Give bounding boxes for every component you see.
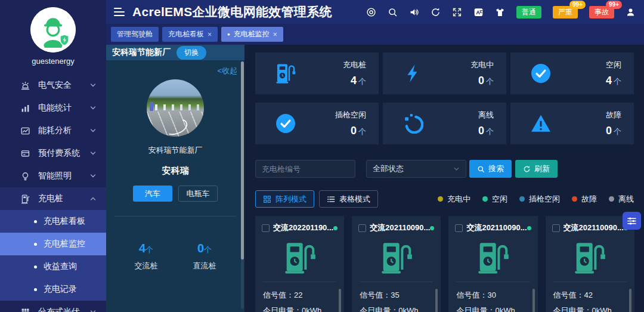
sidebar-item-electrical-safety[interactable]: 电气安全: [0, 74, 106, 97]
charger-card[interactable]: 交流202201190... 信号值：22 今日电量：0kWh: [255, 216, 344, 312]
status-select[interactable]: 全部状态: [366, 160, 466, 178]
energy-row: 今日电量：0kWh: [263, 303, 338, 312]
signal-label: 信号值：: [456, 291, 487, 299]
panel-scrollbar[interactable]: [241, 61, 244, 309]
card-scrollbar[interactable]: [532, 289, 535, 312]
checkbox[interactable]: [552, 224, 560, 232]
menu-collapse-icon[interactable]: [114, 8, 125, 16]
divider: [263, 282, 336, 282]
refresh-button-label: 刷新: [534, 163, 550, 174]
chevron-down-icon: [89, 104, 97, 112]
legend-dot: [519, 196, 525, 202]
table-mode-label: 表格模式: [339, 194, 370, 205]
card-scrollbar[interactable]: [435, 289, 438, 312]
vehicle-tab-car[interactable]: 汽车: [133, 186, 172, 202]
charger-card[interactable]: 交流202110090... 信号值：35 今日电量：0kWh: [352, 216, 441, 312]
charging-pile-icon: [20, 194, 30, 204]
alarm-pill-normal[interactable]: 普通: [516, 6, 541, 18]
sidebar-item-revenue-query[interactable]: 收益查询: [0, 255, 106, 278]
ac-pile-label: 交流桩: [135, 261, 158, 271]
tab-charging-monitor[interactable]: ● 充电桩监控 ×: [221, 27, 283, 42]
legend-item-charging: 充电中: [438, 194, 470, 205]
charger-cards: 交流202201190... 信号值：22 今日电量：0kWh: [255, 216, 634, 312]
alarm-pill-severe[interactable]: 严重 99+: [553, 6, 578, 18]
alarm-pill-label: 事故: [595, 7, 609, 17]
checkbox[interactable]: [262, 224, 270, 232]
array-mode-label: 阵列模式: [275, 194, 306, 205]
sidebar-item-energy-statistics[interactable]: 电能统计: [0, 97, 106, 119]
sidebar-item-charging-pile[interactable]: 充电桩: [0, 187, 106, 210]
dc-pile-stat: 0个 直流桩: [193, 242, 216, 271]
collapse-panel-link[interactable]: <收起: [106, 60, 244, 76]
bolt-icon: [403, 63, 423, 84]
sidebar-item-charging-monitor[interactable]: 充电桩监控: [0, 233, 106, 255]
scrollbar-thumb[interactable]: [241, 61, 244, 260]
checkbox[interactable]: [455, 224, 463, 232]
stat-value: 4: [606, 75, 612, 87]
bullet-icon: [34, 288, 37, 291]
card-scrollbar[interactable]: [339, 289, 341, 312]
charging-pile-icon: [358, 241, 434, 274]
card-scrollbar[interactable]: [629, 289, 631, 312]
user-profile: guestenergy: [0, 0, 106, 66]
refresh-icon[interactable]: [431, 7, 441, 17]
sidebar-item-label: 充电桩: [38, 193, 89, 204]
sidebar-item-distributed-pv[interactable]: 分布式光伏: [0, 301, 106, 312]
search-button-label: 搜索: [488, 163, 504, 174]
refresh-icon: [523, 165, 531, 173]
sidebar-item-charging-dashboard[interactable]: 充电桩看板: [0, 210, 106, 233]
array-mode-button[interactable]: 阵列模式: [255, 190, 314, 208]
tab-management-cockpit[interactable]: 管理驾驶舱: [111, 27, 159, 42]
ac-pile-stat: 4个 交流桩: [135, 242, 158, 271]
sidebar-item-charging-records[interactable]: 充电记录: [0, 278, 106, 301]
chevron-down-icon: [89, 308, 97, 312]
tab-charging-dashboard[interactable]: 充电桩看板 ×: [162, 27, 218, 42]
theme-shirt-icon[interactable]: [495, 7, 505, 17]
stat-value: 0: [351, 125, 357, 137]
dc-pile-label: 直流桩: [193, 261, 216, 271]
close-icon[interactable]: ×: [208, 30, 212, 39]
fullscreen-icon[interactable]: [452, 7, 462, 17]
summary-card-total-piles: 充电桩 4个: [255, 52, 379, 94]
search-icon[interactable]: [388, 7, 398, 17]
charger-card[interactable]: 交流202110090... 信号值：30 今日电量：0kWh: [448, 216, 537, 312]
tab-label: 管理驾驶舱: [117, 29, 153, 39]
sidebar-item-label: 智能照明: [38, 171, 89, 181]
svg-text:A: A: [476, 9, 480, 15]
gun-number-input[interactable]: [255, 160, 355, 178]
signal-row: 信号值：22: [263, 288, 338, 303]
stat-value: 4: [351, 75, 357, 87]
sidebar-item-label: 能耗分析: [38, 125, 89, 136]
avatar[interactable]: [30, 7, 76, 52]
display-settings-button[interactable]: [623, 212, 641, 230]
user-icon[interactable]: [626, 7, 636, 17]
bullet-icon: [34, 265, 37, 268]
vehicle-tab-ebike[interactable]: 电瓶车: [178, 186, 218, 202]
sidebar-item-energy-analysis[interactable]: 能耗分析: [0, 119, 106, 142]
dc-pile-count: 0: [197, 242, 204, 255]
legend-dot: [609, 196, 614, 202]
signal-value: 42: [584, 291, 593, 299]
engineer-avatar-icon: [30, 7, 76, 52]
target-icon[interactable]: [366, 7, 376, 17]
alarm-pill-accident[interactable]: 事故 99+: [589, 6, 614, 18]
charger-card[interactable]: 交流202110090... 信号值：42 今日电量：0kWh: [546, 216, 634, 312]
acrel-ems-app: guestenergy 电气安全 电能统计: [0, 0, 644, 312]
sidebar-item-prepaid-system[interactable]: 预付费系统: [0, 142, 106, 165]
unit-label: 个: [145, 245, 153, 254]
legend-dot: [482, 196, 488, 202]
signal-row: 信号值：30: [456, 288, 531, 303]
refresh-button[interactable]: 刷新: [515, 160, 558, 178]
app-title: AcrelEMS企业微电网能效管理系统: [132, 4, 332, 20]
checkbox[interactable]: [358, 224, 366, 232]
translate-icon[interactable]: A: [473, 7, 484, 17]
charging-pile-icon: [455, 241, 531, 274]
charging-pile-submenu: 充电桩看板 充电桩监控 收益查询 充电记录: [0, 210, 106, 301]
sidebar-item-smart-lighting[interactable]: 智能照明: [0, 165, 106, 187]
close-icon[interactable]: ×: [273, 30, 277, 39]
sound-icon[interactable]: [409, 7, 419, 17]
search-button[interactable]: 搜索: [469, 160, 512, 178]
status-legend: 充电中 空闲 插枪空闲 故障 离线: [438, 194, 634, 205]
table-mode-button[interactable]: 表格模式: [319, 190, 378, 208]
switch-station-button[interactable]: 切换: [177, 46, 206, 60]
